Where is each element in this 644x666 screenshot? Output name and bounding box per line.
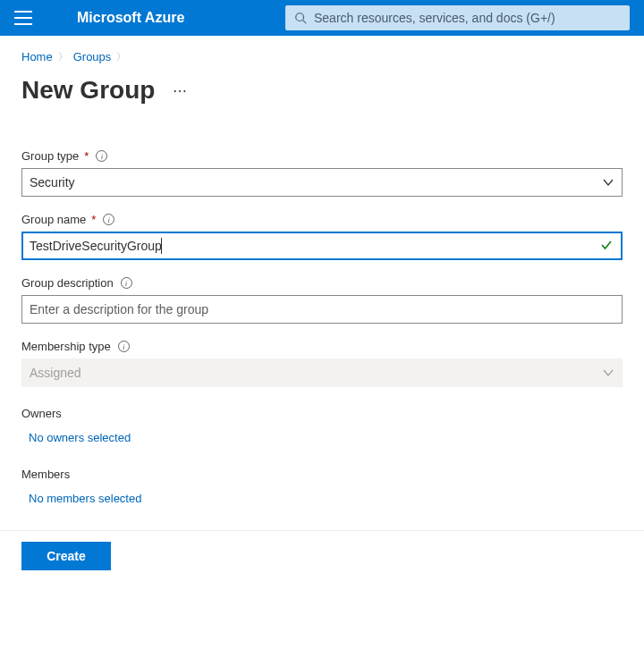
- hamburger-icon[interactable]: [14, 11, 32, 25]
- field-membership-type: Membership type i Assigned: [21, 340, 623, 387]
- info-icon[interactable]: i: [103, 214, 114, 225]
- required-mark: *: [84, 149, 89, 163]
- brand-logo: Microsoft Azure: [77, 10, 184, 26]
- label-group-type: Group type * i: [21, 149, 623, 163]
- footer: Create: [0, 531, 644, 581]
- info-icon[interactable]: i: [118, 341, 130, 352]
- members-label: Members: [21, 468, 623, 481]
- description-input[interactable]: [30, 302, 614, 316]
- info-icon[interactable]: i: [121, 277, 132, 289]
- page-title: New Group: [21, 76, 155, 105]
- field-group-type: Group type * i Security: [21, 149, 623, 197]
- owners-link[interactable]: No owners selected: [29, 431, 623, 444]
- text-cursor: [161, 238, 162, 254]
- global-search[interactable]: [285, 5, 630, 30]
- select-membership-type: Assigned: [21, 358, 623, 387]
- breadcrumb-home[interactable]: Home: [21, 50, 53, 63]
- label-membership-type: Membership type i: [21, 340, 623, 353]
- chevron-down-icon: [602, 176, 614, 189]
- chevron-right-icon: 〉: [58, 50, 68, 63]
- select-value: Assigned: [30, 366, 81, 380]
- field-group-name: Group name * i TestDriveSecurityGroup: [21, 213, 623, 260]
- content-area: Home 〉 Groups 〉 New Group ⋯ Group type *…: [0, 36, 644, 525]
- required-mark: *: [91, 213, 96, 226]
- chevron-right-icon: 〉: [116, 50, 126, 63]
- select-group-type[interactable]: Security: [21, 168, 623, 197]
- top-header: Microsoft Azure: [0, 0, 644, 36]
- svg-line-1: [303, 21, 307, 24]
- members-link[interactable]: No members selected: [29, 492, 623, 505]
- create-button[interactable]: Create: [21, 542, 111, 570]
- new-group-form: Group type * i Security Group name * i T…: [21, 149, 623, 525]
- checkmark-icon: [600, 239, 613, 254]
- owners-label: Owners: [21, 407, 623, 420]
- input-group-description[interactable]: [21, 295, 623, 324]
- input-group-name[interactable]: TestDriveSecurityGroup: [21, 232, 623, 260]
- title-row: New Group ⋯: [21, 76, 623, 105]
- search-input[interactable]: [314, 11, 621, 25]
- breadcrumb: Home 〉 Groups 〉: [21, 50, 623, 63]
- label-group-description: Group description i: [21, 276, 623, 290]
- field-group-description: Group description i: [21, 276, 623, 324]
- search-icon: [294, 12, 307, 24]
- chevron-down-icon: [602, 367, 614, 379]
- breadcrumb-groups[interactable]: Groups: [73, 50, 112, 63]
- more-icon[interactable]: ⋯: [169, 79, 191, 103]
- label-group-name: Group name * i: [21, 213, 623, 226]
- info-icon[interactable]: i: [96, 150, 107, 162]
- svg-point-0: [296, 13, 304, 21]
- select-value: Security: [30, 175, 75, 190]
